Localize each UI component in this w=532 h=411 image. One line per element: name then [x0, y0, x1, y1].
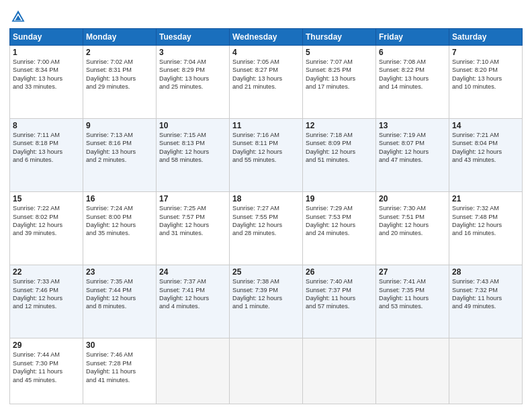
calendar-cell: 14Sunrise: 7:21 AM Sunset: 8:04 PM Dayli… [449, 119, 523, 192]
cell-info: Sunrise: 7:05 AM Sunset: 8:27 PM Dayligh… [232, 58, 300, 91]
header-row: SundayMondayTuesdayWednesdayThursdayFrid… [10, 29, 523, 46]
calendar-cell: 12Sunrise: 7:18 AM Sunset: 8:09 PM Dayli… [303, 119, 376, 192]
cell-info: Sunrise: 7:41 AM Sunset: 7:35 PM Dayligh… [379, 277, 446, 311]
calendar-cell: 25Sunrise: 7:38 AM Sunset: 7:39 PM Dayli… [230, 265, 303, 338]
cell-info: Sunrise: 7:35 AM Sunset: 7:44 PM Dayligh… [86, 277, 153, 311]
week-row-2: 8Sunrise: 7:11 AM Sunset: 8:18 PM Daylig… [10, 119, 523, 192]
calendar-cell: 26Sunrise: 7:40 AM Sunset: 7:37 PM Dayli… [303, 265, 376, 338]
week-row-3: 15Sunrise: 7:22 AM Sunset: 8:02 PM Dayli… [10, 192, 523, 265]
cell-info: Sunrise: 7:04 AM Sunset: 8:29 PM Dayligh… [159, 58, 226, 91]
week-row-4: 22Sunrise: 7:33 AM Sunset: 7:46 PM Dayli… [10, 265, 523, 338]
cell-info: Sunrise: 7:11 AM Sunset: 8:18 PM Dayligh… [13, 131, 80, 165]
day-number: 28 [452, 267, 519, 277]
day-number: 15 [13, 194, 80, 203]
cell-info: Sunrise: 7:43 AM Sunset: 7:32 PM Dayligh… [452, 277, 519, 311]
day-number: 4 [232, 48, 300, 57]
day-number: 21 [452, 194, 519, 203]
calendar-cell: 8Sunrise: 7:11 AM Sunset: 8:18 PM Daylig… [10, 119, 83, 192]
calendar-cell: 29Sunrise: 7:44 AM Sunset: 7:30 PM Dayli… [10, 338, 83, 404]
calendar-table: SundayMondayTuesdayWednesdayThursdayFrid… [9, 28, 523, 404]
calendar-cell [230, 338, 303, 404]
header-day-monday: Monday [83, 29, 157, 46]
cell-info: Sunrise: 7:07 AM Sunset: 8:25 PM Dayligh… [306, 58, 373, 91]
calendar-cell: 15Sunrise: 7:22 AM Sunset: 8:02 PM Dayli… [10, 192, 83, 265]
calendar-cell [157, 338, 230, 404]
cell-info: Sunrise: 7:25 AM Sunset: 7:57 PM Dayligh… [159, 204, 226, 238]
cell-info: Sunrise: 7:10 AM Sunset: 8:20 PM Dayligh… [452, 58, 519, 91]
header-day-sunday: Sunday [10, 29, 83, 46]
header-day-thursday: Thursday [303, 29, 376, 46]
day-number: 19 [306, 194, 373, 203]
cell-info: Sunrise: 7:38 AM Sunset: 7:39 PM Dayligh… [232, 277, 300, 311]
calendar-cell: 20Sunrise: 7:30 AM Sunset: 7:51 PM Dayli… [376, 192, 449, 265]
cell-info: Sunrise: 7:32 AM Sunset: 7:48 PM Dayligh… [452, 204, 519, 238]
week-row-1: 1Sunrise: 7:00 AM Sunset: 8:34 PM Daylig… [10, 46, 523, 119]
day-number: 29 [13, 340, 80, 350]
header-day-wednesday: Wednesday [230, 29, 303, 46]
cell-info: Sunrise: 7:29 AM Sunset: 7:53 PM Dayligh… [306, 204, 373, 238]
day-number: 13 [379, 121, 446, 130]
calendar-cell: 6Sunrise: 7:08 AM Sunset: 8:22 PM Daylig… [376, 46, 449, 119]
header-day-saturday: Saturday [449, 29, 523, 46]
calendar-cell [303, 338, 376, 404]
day-number: 18 [232, 194, 300, 203]
logo-icon [11, 9, 26, 24]
cell-info: Sunrise: 7:37 AM Sunset: 7:41 PM Dayligh… [159, 277, 226, 311]
calendar-cell: 19Sunrise: 7:29 AM Sunset: 7:53 PM Dayli… [303, 192, 376, 265]
cell-info: Sunrise: 7:46 AM Sunset: 7:28 PM Dayligh… [86, 351, 153, 384]
day-number: 22 [13, 267, 80, 277]
calendar-cell: 18Sunrise: 7:27 AM Sunset: 7:55 PM Dayli… [230, 192, 303, 265]
cell-info: Sunrise: 7:00 AM Sunset: 8:34 PM Dayligh… [13, 58, 80, 91]
day-number: 20 [379, 194, 446, 203]
cell-info: Sunrise: 7:21 AM Sunset: 8:04 PM Dayligh… [452, 131, 519, 165]
calendar-cell: 11Sunrise: 7:16 AM Sunset: 8:11 PM Dayli… [230, 119, 303, 192]
day-number: 26 [306, 267, 373, 277]
day-number: 12 [306, 121, 373, 130]
calendar-cell: 4Sunrise: 7:05 AM Sunset: 8:27 PM Daylig… [230, 46, 303, 119]
calendar-cell: 13Sunrise: 7:19 AM Sunset: 8:07 PM Dayli… [376, 119, 449, 192]
calendar-header: SundayMondayTuesdayWednesdayThursdayFrid… [10, 29, 523, 46]
calendar-cell: 3Sunrise: 7:04 AM Sunset: 8:29 PM Daylig… [157, 46, 230, 119]
header [9, 7, 523, 24]
cell-info: Sunrise: 7:44 AM Sunset: 7:30 PM Dayligh… [13, 351, 80, 384]
day-number: 23 [86, 267, 153, 277]
day-number: 9 [86, 121, 153, 130]
calendar-cell: 7Sunrise: 7:10 AM Sunset: 8:20 PM Daylig… [449, 46, 523, 119]
calendar-body: 1Sunrise: 7:00 AM Sunset: 8:34 PM Daylig… [10, 46, 523, 404]
cell-info: Sunrise: 7:33 AM Sunset: 7:46 PM Dayligh… [13, 277, 80, 311]
day-number: 8 [13, 121, 80, 130]
day-number: 30 [86, 340, 153, 350]
calendar-cell: 27Sunrise: 7:41 AM Sunset: 7:35 PM Dayli… [376, 265, 449, 338]
calendar-cell [449, 338, 523, 404]
calendar-cell: 1Sunrise: 7:00 AM Sunset: 8:34 PM Daylig… [10, 46, 83, 119]
day-number: 14 [452, 121, 519, 130]
cell-info: Sunrise: 7:30 AM Sunset: 7:51 PM Dayligh… [379, 204, 446, 238]
calendar-cell: 23Sunrise: 7:35 AM Sunset: 7:44 PM Dayli… [83, 265, 157, 338]
cell-info: Sunrise: 7:18 AM Sunset: 8:09 PM Dayligh… [306, 131, 373, 165]
calendar-cell: 2Sunrise: 7:02 AM Sunset: 8:31 PM Daylig… [83, 46, 157, 119]
calendar-cell: 9Sunrise: 7:13 AM Sunset: 8:16 PM Daylig… [83, 119, 157, 192]
day-number: 11 [232, 121, 300, 130]
logo [9, 9, 26, 24]
calendar-cell: 10Sunrise: 7:15 AM Sunset: 8:13 PM Dayli… [157, 119, 230, 192]
day-number: 17 [159, 194, 226, 203]
day-number: 25 [232, 267, 300, 277]
day-number: 6 [379, 48, 446, 57]
day-number: 10 [159, 121, 226, 130]
cell-info: Sunrise: 7:19 AM Sunset: 8:07 PM Dayligh… [379, 131, 446, 165]
day-number: 2 [86, 48, 153, 57]
calendar-cell: 21Sunrise: 7:32 AM Sunset: 7:48 PM Dayli… [449, 192, 523, 265]
cell-info: Sunrise: 7:15 AM Sunset: 8:13 PM Dayligh… [159, 131, 226, 165]
week-row-5: 29Sunrise: 7:44 AM Sunset: 7:30 PM Dayli… [10, 338, 523, 404]
day-number: 7 [452, 48, 519, 57]
cell-info: Sunrise: 7:16 AM Sunset: 8:11 PM Dayligh… [232, 131, 300, 165]
cell-info: Sunrise: 7:13 AM Sunset: 8:16 PM Dayligh… [86, 131, 153, 165]
day-number: 5 [306, 48, 373, 57]
calendar-cell: 16Sunrise: 7:24 AM Sunset: 8:00 PM Dayli… [83, 192, 157, 265]
cell-info: Sunrise: 7:40 AM Sunset: 7:37 PM Dayligh… [306, 277, 373, 311]
header-day-friday: Friday [376, 29, 449, 46]
calendar-cell: 28Sunrise: 7:43 AM Sunset: 7:32 PM Dayli… [449, 265, 523, 338]
cell-info: Sunrise: 7:27 AM Sunset: 7:55 PM Dayligh… [232, 204, 300, 238]
day-number: 27 [379, 267, 446, 277]
calendar-cell [376, 338, 449, 404]
